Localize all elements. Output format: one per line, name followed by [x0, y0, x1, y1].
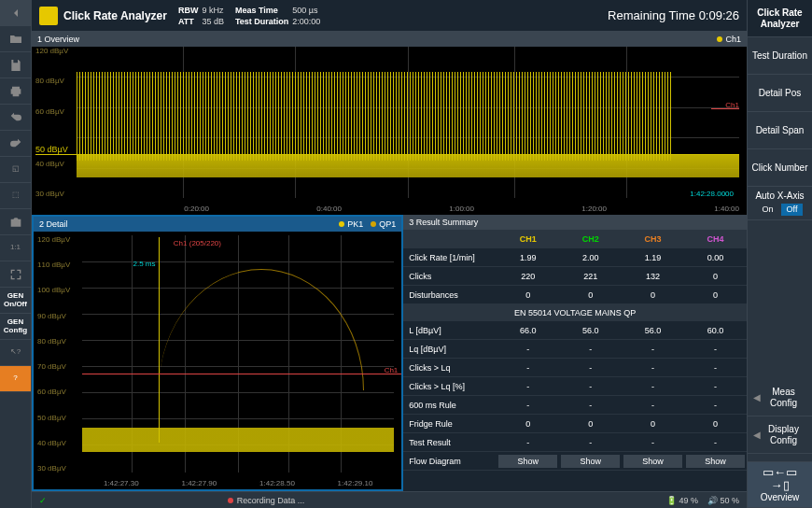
overview-button[interactable]: ▭←▭→▯ Overview — [748, 462, 812, 508]
table-row: Disturbances0000 — [403, 286, 747, 304]
detail-anno-ch1: Ch1 (205/220) — [174, 239, 221, 247]
help-icon[interactable]: ? — [0, 366, 31, 392]
legend-qp1: QP1 — [371, 219, 396, 229]
table-row: Clicks2202211320 — [403, 267, 747, 286]
main-content: Click Rate Analyzer RBWATT 9 kHz35 dB Me… — [32, 0, 747, 508]
show-ch1-button[interactable]: Show — [498, 455, 557, 468]
folder-open-icon[interactable] — [0, 26, 31, 52]
legend-ch1: Ch1 — [717, 35, 741, 44]
detail-peak — [159, 237, 160, 443]
scale-11-icon[interactable]: 1:1 — [0, 235, 31, 261]
result-header-row: CH1 CH2 CH3 CH4 — [403, 230, 747, 248]
overview-title: 1 Overview — [37, 35, 79, 44]
svg-point-0 — [14, 220, 18, 224]
overview-x-axis: 0:20:000:40:001:00:001:20:001:40:00 — [77, 205, 739, 213]
detail-pos-button[interactable]: Detail Pos — [748, 75, 812, 112]
fullscreen-icon[interactable] — [0, 261, 31, 288]
overview-plot[interactable]: 120 dBµV80 dBµV60 dBµV40 dBµV30 dBµV 50 … — [32, 47, 747, 215]
section-standard: EN 55014 VOLTAGE MAINS QP — [403, 304, 747, 321]
pointer-help-icon[interactable]: ↖? — [0, 340, 31, 366]
left-toolbar: ◱ ⬚ 1:1 GEN On/Off GEN Config ↖? ? — [0, 0, 32, 508]
display-config-button[interactable]: ◀Display Config — [748, 416, 812, 454]
table-row: Click Rate [1/min]1.992.001.190.00 — [403, 248, 747, 267]
result-panel-head[interactable]: 3 Result Summary — [403, 215, 747, 230]
result-panel: 3 Result Summary CH1 CH2 CH3 CH4 Click R… — [403, 215, 747, 491]
undo-icon[interactable] — [0, 105, 31, 131]
right-softkeys: Click Rate Analyzer Test Duration Detail… — [747, 0, 812, 508]
overview-diagram-icon: ▭←▭→▯ — [763, 466, 797, 492]
detail-span-button[interactable]: Detail Span — [748, 112, 812, 149]
battery-status: 🔋 49 % — [666, 496, 698, 505]
recording-status: Recording Data ... — [228, 496, 305, 505]
detail-anno-time: 2.5 ms — [133, 260, 155, 268]
remaining-time: Remaining Time 0:09:26 — [608, 8, 739, 22]
app-title: Click Rate Analyzer — [63, 9, 167, 22]
overview-noise — [77, 155, 739, 177]
legend-pk1: PK1 — [339, 219, 363, 229]
softkey-title: Click Rate Analyzer — [748, 0, 812, 37]
detail-x-axis: 1:42:27.301:42:27.901:42:28.501:42:29.10 — [82, 479, 394, 487]
table-row: L [dBµV]66.056.056.060.0 — [403, 321, 747, 340]
meas-config-button[interactable]: ◀Meas Config — [748, 379, 812, 416]
table-row: 600 ms Rule---- — [403, 396, 747, 415]
chevron-left-icon: ◀ — [753, 392, 761, 403]
status-bar: ✓ Recording Data ... 🔋 49 % 🔊 50 % — [32, 491, 747, 508]
show-ch3-button[interactable]: Show — [623, 455, 682, 468]
detail-plot[interactable]: 120 dBµV110 dBµV100 dBµV90 dBµV80 dBµV70… — [34, 232, 401, 489]
flow-diagram-row: Flow DiagramShowShowShowShow — [403, 452, 747, 471]
marker-time-label: 1:42:28.0000 — [690, 190, 734, 198]
overview-panel-head[interactable]: 1 Overview Ch1 — [32, 32, 747, 47]
volume-status: 🔊 50 % — [707, 496, 739, 505]
show-ch2-button[interactable]: Show — [561, 455, 620, 468]
detail-y-axis: 120 dBµV110 dBµV100 dBµV90 dBµV80 dBµV70… — [37, 235, 70, 473]
auto-x-axis-toggle[interactable]: Auto X-Axis OnOff — [748, 187, 812, 220]
arrow-left-icon[interactable] — [0, 0, 31, 26]
zoom-mode-icon[interactable]: ◱ — [0, 157, 31, 183]
test-duration-button[interactable]: Test Duration — [748, 37, 812, 75]
detail-panel-head[interactable]: 2 Detail PK1 QP1 — [34, 217, 401, 232]
reference-50db: 50 dBµV — [35, 145, 739, 155]
result-table: CH1 CH2 CH3 CH4 Click Rate [1/min]1.992.… — [403, 230, 747, 491]
detail-ch1-label: Ch1 — [385, 366, 399, 374]
table-row: Fridge Rule0000 — [403, 415, 747, 433]
detail-panel: 2 Detail PK1 QP1 120 dBµV110 dBµV100 dBµ… — [32, 215, 403, 491]
app-icon — [39, 7, 58, 25]
result-title: 3 Result Summary — [409, 218, 478, 227]
recording-dot-icon — [228, 498, 233, 503]
table-row: Test Result---- — [403, 433, 747, 452]
gen-onoff-button[interactable]: GEN On/Off — [0, 288, 31, 314]
save-icon[interactable] — [0, 52, 31, 78]
detail-title: 2 Detail — [39, 219, 68, 229]
table-row: Lq [dBµV]---- — [403, 340, 747, 359]
detail-noise — [82, 428, 394, 452]
table-row: Clicks > Lq [%]---- — [403, 377, 747, 396]
measurement-params: RBWATT 9 kHz35 dB Meas TimeTest Duration… — [178, 6, 320, 26]
header-bar: Click Rate Analyzer RBWATT 9 kHz35 dB Me… — [32, 0, 747, 32]
camera-icon[interactable] — [0, 209, 31, 235]
status-ready-icon: ✓ — [39, 496, 47, 505]
table-row: Clicks > Lq---- — [403, 359, 747, 377]
detail-ch1-line — [82, 374, 401, 374]
print-icon[interactable] — [0, 78, 31, 105]
gen-config-button[interactable]: GEN Config — [0, 314, 31, 340]
overview-y-axis: 120 dBµV80 dBµV60 dBµV40 dBµV30 dBµV — [35, 47, 68, 198]
show-ch4-button[interactable]: Show — [686, 455, 745, 468]
ch1-ref-label: Ch1 — [725, 101, 739, 109]
zoom-area-icon[interactable]: ⬚ — [0, 183, 31, 209]
click-number-button[interactable]: Click Number — [748, 149, 812, 187]
chevron-left-icon: ◀ — [753, 430, 761, 441]
redo-icon[interactable] — [0, 131, 31, 157]
